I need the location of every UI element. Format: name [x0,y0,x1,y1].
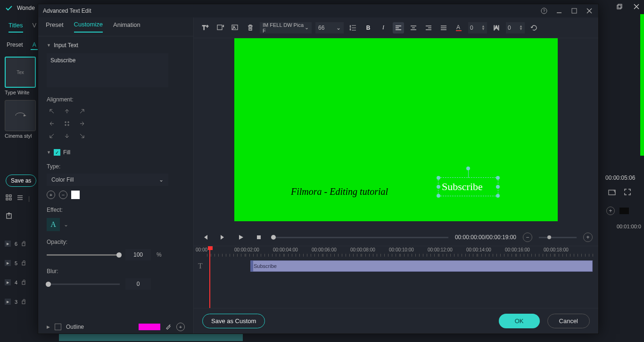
zoom-in-icon[interactable]: + [583,233,593,242]
align-br-icon[interactable] [77,131,87,141]
restore-window-icon[interactable] [615,2,624,11]
svg-text:?: ? [543,8,545,13]
opacity-label: Opacity: [47,239,185,245]
outline-checkbox[interactable] [55,324,61,330]
blur-value[interactable]: 0 [125,278,151,290]
blur-slider[interactable] [47,284,120,285]
section-input-text[interactable]: ▼Input Text [47,42,185,49]
add-box-icon[interactable]: + [215,22,226,33]
clip-edge[interactable] [250,260,253,272]
svg-rect-12 [22,262,25,265]
step-back-icon[interactable] [199,232,211,243]
outline-color-swatch[interactable] [139,324,160,330]
chevron-down-icon[interactable]: ⌄ [64,221,68,228]
color-swatch[interactable] [71,191,80,199]
track-3[interactable]: ▸3 [5,299,26,305]
delete-icon[interactable] [245,22,256,33]
stop-icon[interactable] [253,232,264,243]
text-color-icon[interactable]: A [453,22,464,33]
help-icon[interactable]: ? [540,7,548,15]
close-icon[interactable] [585,7,594,15]
zoom-slider[interactable] [539,237,577,238]
tab-partial[interactable]: V [33,22,37,33]
align-r-icon[interactable] [77,119,87,128]
thumb-typewriter[interactable]: Tex [5,57,36,88]
svg-rect-5 [6,198,8,200]
align-right-icon[interactable] [423,22,434,33]
thumb-cinema[interactable] [5,100,36,131]
add-image-icon[interactable] [230,22,241,33]
mini-clip[interactable]: Subscribe [250,260,593,272]
maximize-icon[interactable] [570,7,578,15]
close-window-icon[interactable] [632,2,641,11]
align-c-icon[interactable] [62,119,72,128]
svg-rect-1 [618,4,622,8]
preview-canvas[interactable]: Filmora - Editing tutorial Subscribe [234,38,558,221]
cancel-button[interactable]: Cancel [547,314,590,328]
bold-icon[interactable]: B [363,22,374,33]
snapshot-icon[interactable] [608,189,616,197]
track-4[interactable]: ▸4 [5,279,26,285]
canvas-text-1[interactable]: Filmora - Editing tutorial [291,186,388,197]
svg-rect-14 [22,301,25,304]
svg-text:T: T [202,25,206,31]
svg-rect-22 [217,25,222,30]
align-b-icon[interactable] [62,131,72,141]
align-left-icon[interactable] [393,22,404,33]
zoom-in-right-icon[interactable]: + [606,207,615,215]
track-6[interactable]: ▸6 [5,241,26,247]
track-5[interactable]: ▸5 [5,260,26,266]
mini-playhead[interactable] [209,246,210,308]
align-t-icon[interactable] [62,107,72,116]
subtab-a[interactable]: A [31,41,38,50]
char-spacing-spinner[interactable]: 0▲▼ [468,22,487,33]
align-bl-icon[interactable] [47,131,57,141]
inspector-tab-customize[interactable]: Customize [74,21,103,33]
save-as-custom-button[interactable]: Save as Custom [202,314,265,328]
eyedropper-icon[interactable] [165,323,172,331]
letter-width-icon[interactable]: |A| [491,22,502,33]
timeline-clip-teal[interactable] [59,334,243,341]
add-outline-icon[interactable]: + [176,323,185,331]
rotation-spinner[interactable]: 0▲▼ [506,22,525,33]
grid-view-icon[interactable] [6,194,12,202]
align-tl-icon[interactable] [47,107,57,116]
refresh-icon[interactable] [528,22,540,33]
align-tr-icon[interactable] [77,107,87,116]
step-forward-icon[interactable] [217,232,229,243]
font-size-select[interactable]: 66⌄ [315,22,344,33]
canvas-selected-text[interactable]: Subscribe [442,181,483,193]
font-select[interactable]: IM FELL DW Pica F⌄ [260,22,312,33]
align-justify-icon[interactable] [438,22,449,33]
align-l-icon[interactable] [47,119,57,128]
play-icon[interactable] [235,232,247,243]
list-view-icon[interactable] [17,194,24,202]
export-icon[interactable] [6,212,13,221]
save-as-custom-button-bg[interactable]: Save as [6,175,36,187]
input-text-area[interactable] [47,53,168,87]
preview-strip [640,14,644,156]
svg-text:+: + [206,24,208,29]
italic-icon[interactable]: I [378,22,389,33]
opacity-value[interactable]: 100 [125,249,151,260]
fill-checkbox[interactable]: ✓ [54,149,60,156]
line-spacing-icon[interactable] [347,22,359,33]
add-text-icon[interactable]: T+ [199,22,211,33]
effect-preset-chip[interactable]: A [47,218,60,231]
zoom-out-icon[interactable]: − [523,233,532,242]
subtab-preset[interactable]: Preset [5,41,25,50]
align-center-icon[interactable] [408,22,419,33]
opacity-slider[interactable] [47,254,120,256]
minimize-icon[interactable] [555,7,563,15]
ok-button[interactable]: OK [499,314,540,328]
inspector-tab-preset[interactable]: Preset [46,21,64,32]
tab-titles[interactable]: Titles [8,22,23,33]
fullscreen-icon[interactable] [624,189,631,197]
add-color-icon[interactable]: + [47,191,55,199]
inspector-tab-animation[interactable]: Animation [113,21,140,32]
svg-rect-6 [9,198,11,200]
remove-color-icon[interactable]: − [59,191,67,199]
mini-ruler[interactable]: 00:00 00:00:02:00 00:00:04:00 00:00:06:0… [207,246,594,258]
fill-type-select[interactable]: Color Fill ⌄ [47,174,168,186]
scrub-bar[interactable] [271,237,448,238]
